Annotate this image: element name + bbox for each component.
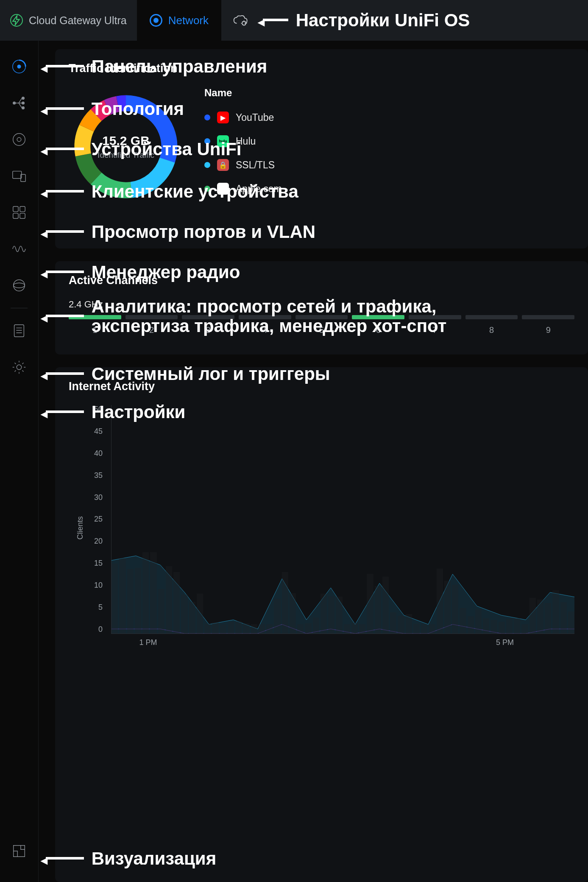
network-app-icon [150,14,162,27]
legend-dot [204,162,210,168]
channel-number: 3 [206,325,211,335]
channel-bar [125,315,178,319]
channels-title: Active Channels [69,274,574,287]
traffic-card: Traffic Identification 15.2 GB Identifie… [55,49,588,248]
nav-settings-icon[interactable] [10,358,28,376]
svg-point-6 [22,107,25,109]
channel-number: 7 [432,325,437,335]
legend-brand-icon: ▶ [217,112,229,123]
svg-point-15 [14,280,25,291]
svg-rect-13 [13,213,18,218]
y-tick: 40 [94,449,103,458]
legend-row[interactable]: Apple.com [204,183,574,195]
channel-bar [352,315,404,319]
device-selector[interactable]: Cloud Gateway Ultra [0,0,137,41]
channel-7[interactable]: 7 [409,315,461,335]
power-icon [10,14,23,27]
app-name: Network [168,14,209,27]
svg-rect-11 [13,207,18,212]
main-content: Traffic Identification 15.2 GB Identifie… [38,41,588,882]
legend-row[interactable]: hulu Hulu [204,135,574,147]
channel-bar [295,315,348,319]
svg-point-16 [14,283,25,287]
traffic-donut: 15.2 GB Identified Traffic [69,89,183,204]
channel-2[interactable]: 2 [125,315,178,335]
svg-point-8 [17,137,21,142]
svg-rect-14 [20,213,25,218]
channel-8[interactable]: 8 [465,315,518,335]
os-settings-button[interactable]: Настройки UniFi OS [221,0,482,41]
legend-brand-icon: 🔒 [217,159,229,171]
channel-5[interactable]: 5 [295,315,348,335]
y-tick: 25 [94,515,103,524]
svg-point-7 [13,134,25,146]
channel-1[interactable]: 1 [69,315,121,335]
channels-row: 123456789 [69,315,574,335]
channel-number: 1 [92,325,97,335]
legend-name: Apple.com [236,183,282,195]
channel-bar [522,315,574,319]
channel-bar [409,315,461,319]
sidebar-divider [11,308,28,308]
y-tick: 45 [94,427,103,436]
channel-6[interactable]: 6 [352,315,404,335]
svg-rect-12 [20,207,25,212]
sidebar [0,41,38,882]
svg-rect-9 [13,171,22,179]
channel-number: 6 [376,325,381,335]
annotation-os: Настройки UniFi OS [255,9,470,32]
y-ticks: 50454035302520151050 [81,405,103,634]
traffic-legend: Name ▶ YouTube hulu Hulu 🔒 SSL/TLS Apple… [204,87,574,207]
donut-sublabel: Identified Traffic [98,151,154,160]
nav-radio-manager-icon[interactable] [10,240,28,258]
legend-brand-icon: hulu [217,135,229,147]
channel-number: 4 [262,325,267,335]
traffic-title: Traffic Identification [69,62,574,75]
legend-name: YouTube [236,112,274,123]
channel-bar [182,315,234,319]
plot-area [111,405,574,634]
channels-card: Active Channels 2.4 GHz 123456789 [55,261,588,354]
channel-number: 8 [489,325,494,335]
legend-row[interactable]: 🔒 SSL/TLS [204,159,574,171]
nav-system-log-icon[interactable] [10,322,28,340]
nav-client-devices-icon[interactable] [10,167,28,185]
y-tick: 30 [94,493,103,502]
svg-point-4 [22,97,25,100]
nav-analytics-icon[interactable] [10,276,28,294]
legend-brand-icon [217,183,229,195]
channel-bar [465,315,518,319]
svg-point-2 [17,65,21,68]
y-tick: 15 [94,559,103,568]
channel-bar [239,315,291,319]
nav-topology-icon[interactable] [10,94,28,112]
svg-point-5 [22,102,25,104]
channel-3[interactable]: 3 [182,315,234,335]
y-tick: 10 [94,581,103,590]
app-tab-network[interactable]: Network [137,0,221,41]
svg-point-3 [13,102,16,104]
y-tick: 50 [94,405,103,414]
x-ticks: 1 PM5 PM [111,638,574,651]
channel-9[interactable]: 9 [522,315,574,335]
topbar: Cloud Gateway Ultra Network Настройки Un… [0,0,588,41]
cloud-gear-icon [233,15,248,26]
y-tick: 0 [98,625,103,634]
legend-dot [204,138,210,144]
legend-dot [204,186,210,192]
nav-unifi-devices-icon[interactable] [10,131,28,148]
legend-dot [204,114,210,120]
nav-floorplan-icon[interactable] [10,842,28,860]
channel-bar [69,315,121,319]
nav-ports-vlan-icon[interactable] [10,204,28,221]
nav-dashboard-icon[interactable] [10,58,28,75]
x-tick: 5 PM [496,638,514,647]
legend-row[interactable]: ▶ YouTube [204,112,574,123]
activity-title: Internet Activity [69,380,574,393]
band-label: 2.4 GHz [69,299,574,310]
x-tick: 1 PM [139,638,157,647]
channel-4[interactable]: 4 [239,315,291,335]
activity-card: Internet Activity Clients 50454035302520… [55,367,588,882]
y-tick: 20 [94,537,103,546]
channel-number: 5 [319,325,324,335]
